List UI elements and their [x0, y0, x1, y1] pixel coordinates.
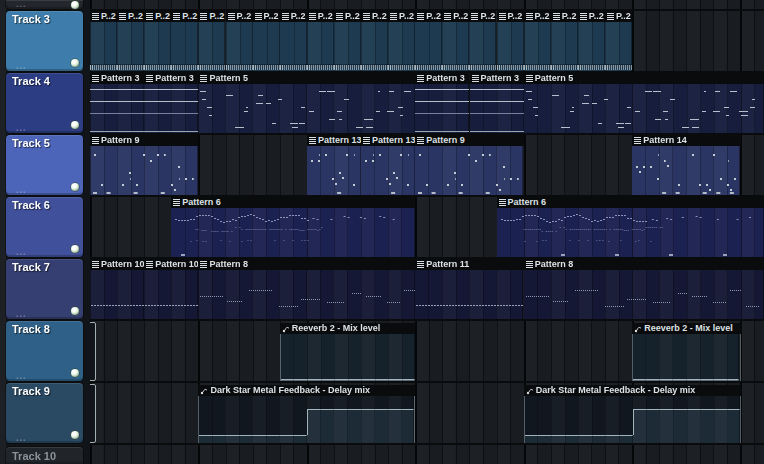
- track-header[interactable]: Track 4 ...: [6, 73, 83, 133]
- track-header[interactable]: Track 5 ...: [6, 135, 83, 195]
- clip-menu-icon[interactable]: [228, 13, 235, 20]
- clip-menu-icon[interactable]: [92, 13, 99, 20]
- pattern-clip[interactable]: Pattern 3: [415, 73, 469, 133]
- track-led[interactable]: [71, 1, 79, 9]
- pattern-clip[interactable]: Pattern 3: [90, 73, 144, 133]
- clip-menu-icon[interactable]: [607, 13, 614, 20]
- clip-menu-icon[interactable]: [363, 13, 370, 20]
- track-led[interactable]: [71, 431, 79, 439]
- pattern-clip[interactable]: Pattern 6: [171, 197, 415, 257]
- clip-menu-icon[interactable]: [580, 13, 587, 20]
- automation-clip[interactable]: Reeverb 2 - Mix level: [632, 323, 740, 381]
- pattern-clip[interactable]: Pattern 14: [632, 135, 740, 195]
- pattern-clip[interactable]: P..2: [415, 11, 442, 71]
- clip-menu-icon[interactable]: [119, 13, 126, 20]
- clip-header[interactable]: P..2: [226, 11, 253, 22]
- clip-menu-icon[interactable]: [526, 75, 533, 82]
- track-led[interactable]: [71, 307, 79, 315]
- clip-header[interactable]: Dark Star Metal Feedback - Delay mix: [524, 385, 741, 396]
- pattern-clip[interactable]: P..2: [605, 11, 632, 71]
- clip-menu-icon[interactable]: [200, 75, 207, 82]
- clip-menu-icon[interactable]: [444, 13, 451, 20]
- clip-menu-icon[interactable]: [255, 13, 262, 20]
- pattern-clip[interactable]: P..2: [144, 11, 171, 71]
- clip-menu-icon[interactable]: [146, 75, 153, 82]
- clip-header[interactable]: P..2: [280, 11, 307, 22]
- pattern-clip[interactable]: P..2: [442, 11, 469, 71]
- pattern-clip[interactable]: Pattern 10: [90, 259, 144, 319]
- pattern-clip[interactable]: Pattern 6: [497, 197, 764, 257]
- pattern-clip[interactable]: Pattern 5: [198, 73, 415, 133]
- track-led[interactable]: [71, 183, 79, 191]
- clip-header[interactable]: P..2: [253, 11, 280, 22]
- pattern-clip[interactable]: P..2: [388, 11, 415, 71]
- clip-header[interactable]: P..2: [198, 11, 225, 22]
- clip-menu-icon[interactable]: [634, 137, 641, 144]
- pattern-clip[interactable]: Pattern 8: [198, 259, 415, 319]
- clip-menu-icon[interactable]: [526, 13, 533, 20]
- clip-menu-icon[interactable]: [200, 13, 207, 20]
- pattern-clip[interactable]: P..2: [361, 11, 388, 71]
- clip-menu-icon[interactable]: [92, 261, 99, 268]
- clip-header[interactable]: Reeverb 2 - Mix level: [280, 323, 416, 334]
- clip-header[interactable]: Reeverb 2 - Mix level: [632, 323, 740, 334]
- pattern-clip[interactable]: P..2: [578, 11, 605, 71]
- pattern-clip[interactable]: P..2: [524, 11, 551, 71]
- clip-menu-icon[interactable]: [390, 13, 397, 20]
- pattern-clip[interactable]: P..2: [253, 11, 280, 71]
- automation-clip[interactable]: Dark Star Metal Feedback - Delay mix: [198, 385, 415, 443]
- pattern-clip[interactable]: P..2: [117, 11, 144, 71]
- automation-clip[interactable]: Dark Star Metal Feedback - Delay mix: [524, 385, 741, 443]
- clip-header[interactable]: Pattern 9: [90, 135, 198, 146]
- clip-menu-icon[interactable]: [336, 13, 343, 20]
- pattern-clip[interactable]: Pattern 3: [144, 73, 198, 133]
- automation-clip[interactable]: Reeverb 2 - Mix level: [280, 323, 416, 381]
- clip-header[interactable]: P..2: [469, 11, 496, 22]
- clip-header[interactable]: P..2: [90, 11, 117, 22]
- clip-header[interactable]: P..2: [117, 11, 144, 22]
- pattern-clip[interactable]: P..2: [171, 11, 198, 71]
- track-header[interactable]: Track 10: [6, 447, 83, 464]
- clip-menu-icon[interactable]: [526, 261, 533, 268]
- clip-header[interactable]: P..2: [578, 11, 605, 22]
- track-header[interactable]: ...: [6, 0, 83, 9]
- clip-header[interactable]: P..2: [171, 11, 198, 22]
- clip-header[interactable]: Pattern 13: [361, 135, 415, 146]
- clip-header[interactable]: Pattern 5: [524, 73, 764, 84]
- pattern-clip[interactable]: P..2: [198, 11, 225, 71]
- clip-header[interactable]: Pattern 10: [90, 259, 144, 270]
- clip-header[interactable]: P..2: [361, 11, 388, 22]
- pattern-clip[interactable]: P..2: [90, 11, 117, 71]
- track-led[interactable]: [71, 121, 79, 129]
- clip-menu-icon[interactable]: [309, 13, 316, 20]
- pattern-clip[interactable]: P..2: [334, 11, 361, 71]
- clip-menu-icon[interactable]: [92, 137, 99, 144]
- clip-menu-icon[interactable]: [417, 13, 424, 20]
- clip-menu-icon[interactable]: [417, 75, 424, 82]
- pattern-clip[interactable]: Pattern 11: [415, 259, 523, 319]
- clip-header[interactable]: Pattern 11: [415, 259, 523, 270]
- clip-header[interactable]: Pattern 6: [497, 197, 764, 208]
- clip-header[interactable]: Pattern 5: [198, 73, 415, 84]
- clip-menu-icon[interactable]: [146, 261, 153, 268]
- clip-header[interactable]: P..2: [334, 11, 361, 22]
- pattern-clip[interactable]: Pattern 13: [307, 135, 361, 195]
- pattern-clip[interactable]: P..2: [226, 11, 253, 71]
- clip-header[interactable]: Pattern 8: [198, 259, 415, 270]
- clip-header[interactable]: P..2: [442, 11, 469, 22]
- clip-menu-icon[interactable]: [499, 13, 506, 20]
- pattern-clip[interactable]: Pattern 9: [90, 135, 198, 195]
- clip-header[interactable]: P..2: [388, 11, 415, 22]
- clip-menu-icon[interactable]: [173, 199, 180, 206]
- clip-header[interactable]: P..2: [307, 11, 334, 22]
- clip-header[interactable]: Pattern 13: [307, 135, 361, 146]
- clip-header[interactable]: Dark Star Metal Feedback - Delay mix: [198, 385, 415, 396]
- clip-header[interactable]: P..2: [605, 11, 632, 22]
- clip-header[interactable]: P..2: [551, 11, 578, 22]
- clip-menu-icon[interactable]: [472, 75, 479, 82]
- clip-header[interactable]: Pattern 3: [470, 73, 524, 84]
- track-led[interactable]: [71, 245, 79, 253]
- track-header[interactable]: Track 7 ...: [6, 259, 83, 319]
- track-header[interactable]: Track 8 ...: [6, 321, 83, 381]
- pattern-clip[interactable]: P..2: [551, 11, 578, 71]
